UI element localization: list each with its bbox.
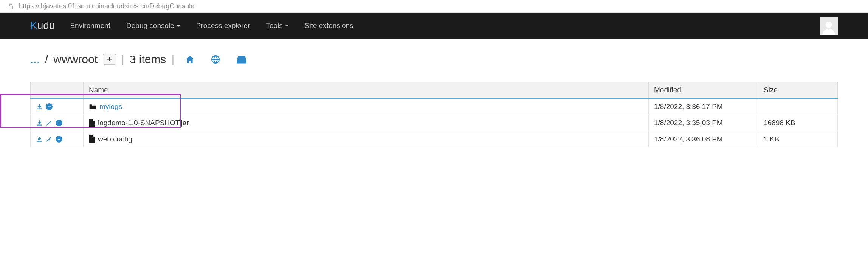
navbar: Kudu Environment Debug console Process e…	[0, 13, 868, 39]
delete-icon[interactable]: −	[56, 136, 62, 143]
chevron-down-icon	[285, 25, 289, 27]
cell-modified: 1/8/2022, 3:36:08 PM	[649, 131, 758, 147]
nav-process-explorer-label: Process explorer	[196, 22, 250, 30]
nav-environment-label: Environment	[70, 22, 110, 30]
file-name-link[interactable]: mylogs	[99, 102, 122, 111]
cell-size: 16898 KB	[758, 115, 838, 131]
divider: |	[121, 53, 124, 66]
col-name-header: Name	[84, 82, 649, 99]
breadcrumb-current: wwwroot	[53, 53, 98, 66]
cell-size: 1 KB	[758, 131, 838, 147]
table-row: − logdemo-1.0-SNAPSHOT.jar 1/8/2022, 3:3…	[31, 115, 838, 131]
nav-tools[interactable]: Tools	[266, 22, 288, 30]
cell-name: web.config	[84, 131, 649, 147]
home-icon[interactable]	[185, 54, 195, 64]
brand-k: K	[30, 20, 37, 31]
brand-rest: udu	[37, 20, 55, 31]
file-icon	[89, 135, 95, 143]
svg-rect-6	[37, 141, 42, 142]
edit-icon[interactable]	[46, 136, 53, 143]
nav-debug-console[interactable]: Debug console	[126, 22, 180, 30]
table-row: − web.config 1/8/2022, 3:36:08 PM 1 KB	[31, 131, 838, 147]
nav-environment[interactable]: Environment	[70, 22, 110, 30]
content: ... / wwwroot + | 3 items | Name Modifie…	[0, 39, 868, 162]
nav-site-extensions[interactable]: Site extensions	[305, 22, 353, 30]
download-icon[interactable]	[36, 136, 43, 143]
brand-logo[interactable]: Kudu	[30, 20, 55, 32]
nav-links: Environment Debug console Process explor…	[70, 22, 820, 30]
cell-size	[758, 98, 838, 115]
nav-tools-label: Tools	[266, 22, 282, 30]
svg-rect-4	[37, 109, 42, 109]
chevron-down-icon	[177, 25, 180, 27]
cell-name: logdemo-1.0-SNAPSHOT.jar	[84, 115, 649, 131]
browser-address-bar: https://lbjavatest01.scm.chinacloudsites…	[0, 0, 868, 13]
col-actions-header	[31, 82, 84, 99]
nav-process-explorer[interactable]: Process explorer	[196, 22, 250, 30]
svg-point-1	[826, 22, 832, 28]
delete-icon[interactable]: −	[46, 103, 53, 110]
avatar[interactable]	[820, 17, 838, 35]
breadcrumb-row: ... / wwwroot + | 3 items |	[30, 53, 838, 66]
table-row: − mylogs 1/8/2022, 3:36:17 PM	[31, 98, 838, 115]
svg-rect-3	[237, 61, 246, 64]
delete-icon[interactable]: −	[56, 120, 62, 126]
svg-rect-0	[9, 6, 13, 9]
file-table: Name Modified Size − mylogs	[30, 82, 838, 147]
disk-icon[interactable]	[236, 54, 247, 64]
cell-name: mylogs	[84, 98, 649, 115]
folder-icon	[89, 103, 96, 110]
cell-actions: −	[31, 131, 84, 147]
nav-debug-console-label: Debug console	[126, 22, 174, 30]
lock-icon	[8, 3, 14, 10]
col-modified-header: Modified	[649, 82, 758, 99]
col-size-header: Size	[758, 82, 838, 99]
url-text[interactable]: https://lbjavatest01.scm.chinacloudsites…	[19, 2, 194, 10]
svg-rect-5	[37, 125, 42, 126]
edit-icon[interactable]	[46, 120, 53, 126]
add-button[interactable]: +	[103, 54, 116, 65]
download-icon[interactable]	[36, 103, 43, 110]
breadcrumb-sep: /	[45, 53, 48, 66]
cell-modified: 1/8/2022, 3:36:17 PM	[649, 98, 758, 115]
file-name: logdemo-1.0-SNAPSHOT.jar	[98, 119, 189, 127]
table-header-row: Name Modified Size	[31, 82, 838, 99]
breadcrumb-ellipsis[interactable]: ...	[30, 53, 40, 66]
cell-actions: −	[31, 115, 84, 131]
cell-actions: −	[31, 98, 84, 115]
divider: |	[171, 53, 174, 66]
cell-modified: 1/8/2022, 3:35:03 PM	[649, 115, 758, 131]
item-count: 3 items	[130, 53, 166, 66]
download-icon[interactable]	[36, 120, 43, 126]
file-icon	[89, 119, 95, 127]
toolbar-icons	[185, 54, 247, 64]
globe-icon[interactable]	[211, 54, 220, 64]
nav-site-extensions-label: Site extensions	[305, 22, 353, 30]
file-name: web.config	[98, 135, 132, 143]
